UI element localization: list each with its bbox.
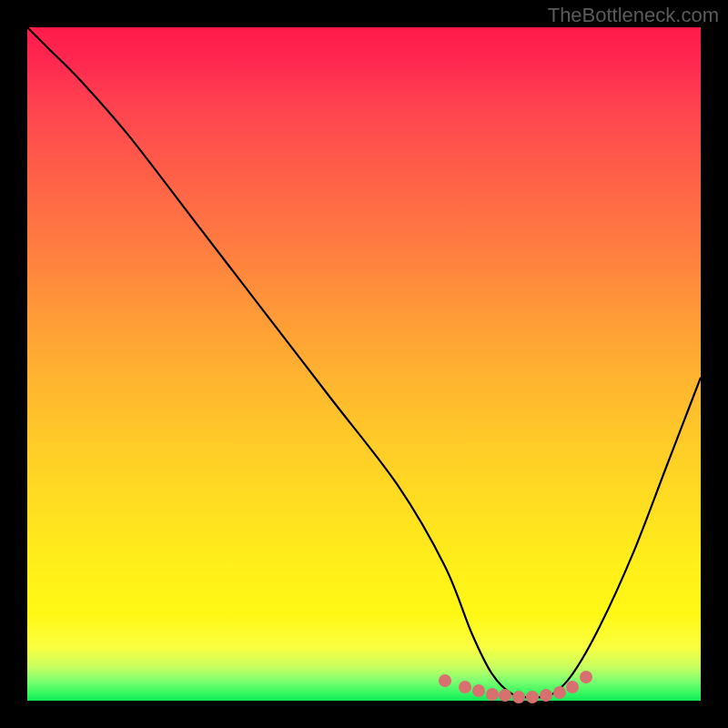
chart-marker — [512, 691, 525, 703]
chart-marker — [439, 674, 451, 687]
chart-marker — [526, 691, 539, 703]
watermark-text: TheBottleneck.com — [548, 4, 719, 27]
chart-marker — [472, 684, 485, 697]
chart-marker-layer — [27, 27, 701, 701]
chart-marker — [486, 688, 499, 701]
chart-marker — [459, 681, 471, 693]
chart-marker — [540, 689, 552, 702]
chart-marker — [566, 681, 579, 693]
chart-marker — [580, 671, 592, 683]
chart-marker — [499, 689, 511, 702]
chart-marker — [553, 686, 566, 699]
chart-plot-area — [27, 27, 701, 701]
